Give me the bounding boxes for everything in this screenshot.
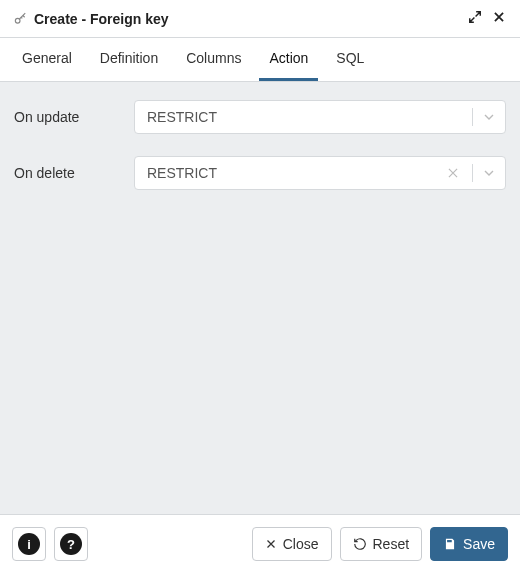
tab-bar: General Definition Columns Action SQL <box>0 38 520 82</box>
tab-general[interactable]: General <box>12 38 82 81</box>
on-update-select[interactable]: RESTRICT <box>134 100 506 134</box>
tab-panel-action: On update RESTRICT On delete RESTRICT <box>0 82 520 514</box>
close-icon[interactable] <box>490 8 508 29</box>
clear-icon[interactable] <box>446 166 464 180</box>
save-icon <box>443 537 457 551</box>
close-icon <box>265 538 277 550</box>
reset-icon <box>353 537 367 551</box>
key-icon <box>12 11 28 27</box>
dialog-footer: i ? Close Reset Save <box>0 514 520 573</box>
save-button[interactable]: Save <box>430 527 508 561</box>
dialog-header: Create - Foreign key <box>0 0 520 38</box>
tab-definition[interactable]: Definition <box>90 38 168 81</box>
tab-action[interactable]: Action <box>259 38 318 81</box>
tab-columns[interactable]: Columns <box>176 38 251 81</box>
info-button[interactable]: i <box>12 527 46 561</box>
close-button[interactable]: Close <box>252 527 332 561</box>
save-button-label: Save <box>463 536 495 552</box>
on-delete-label: On delete <box>14 165 134 181</box>
select-separator <box>472 108 473 126</box>
help-icon: ? <box>60 533 82 555</box>
field-on-update: On update RESTRICT <box>14 100 506 134</box>
dialog-title: Create - Foreign key <box>34 11 460 27</box>
svg-point-0 <box>15 18 20 23</box>
select-separator <box>472 164 473 182</box>
chevron-down-icon <box>481 109 497 125</box>
info-icon: i <box>18 533 40 555</box>
on-delete-value: RESTRICT <box>147 165 446 181</box>
help-button[interactable]: ? <box>54 527 88 561</box>
on-delete-select[interactable]: RESTRICT <box>134 156 506 190</box>
field-on-delete: On delete RESTRICT <box>14 156 506 190</box>
reset-button-label: Reset <box>373 536 410 552</box>
reset-button[interactable]: Reset <box>340 527 423 561</box>
maximize-icon[interactable] <box>466 8 484 29</box>
on-update-label: On update <box>14 109 134 125</box>
tab-sql[interactable]: SQL <box>326 38 374 81</box>
on-update-value: RESTRICT <box>147 109 464 125</box>
close-button-label: Close <box>283 536 319 552</box>
chevron-down-icon <box>481 165 497 181</box>
